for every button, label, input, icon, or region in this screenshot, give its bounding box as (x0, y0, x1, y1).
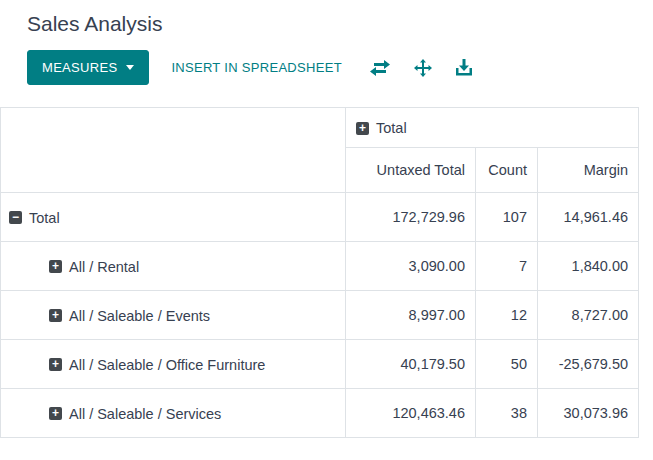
measure-header-untaxed-total[interactable]: Untaxed Total (346, 148, 476, 193)
pivot-toolbar-icons (368, 57, 474, 79)
measures-button[interactable]: MEASURES (27, 50, 149, 85)
cell-count: 38 (476, 389, 538, 438)
expand-row-icon[interactable] (49, 358, 62, 371)
cell-count: 50 (476, 340, 538, 389)
row-label: All / Saleable / Services (69, 406, 221, 422)
row-header-all-saleable-services[interactable]: All / Saleable / Services (1, 389, 346, 438)
measure-header-count[interactable]: Count (476, 148, 538, 193)
expand-row-icon[interactable] (49, 309, 62, 322)
row-label: All / Saleable / Office Furniture (69, 357, 265, 373)
table-row: Total 172,729.96 107 14,961.46 (1, 193, 639, 242)
cell-untaxed-total: 3,090.00 (346, 242, 476, 291)
cell-margin: 30,073.96 (538, 389, 639, 438)
caret-down-icon (126, 65, 134, 70)
cell-count: 107 (476, 193, 538, 242)
measures-button-label: MEASURES (42, 60, 117, 75)
cell-untaxed-total: 40,179.50 (346, 340, 476, 389)
cell-count: 7 (476, 242, 538, 291)
measure-header-margin[interactable]: Margin (538, 148, 639, 193)
row-header-all-saleable-events[interactable]: All / Saleable / Events (1, 291, 346, 340)
insert-in-spreadsheet-label: INSERT IN SPREADSHEET (171, 60, 342, 75)
page-title: Sales Analysis (27, 12, 653, 36)
row-header-all-saleable-office-furniture[interactable]: All / Saleable / Office Furniture (1, 340, 346, 389)
cell-margin: 1,840.00 (538, 242, 639, 291)
table-row: All / Saleable / Events 8,997.00 12 8,72… (1, 291, 639, 340)
download-icon[interactable] (454, 57, 474, 78)
row-header-total[interactable]: Total (1, 193, 346, 242)
cell-untaxed-total: 120,463.46 (346, 389, 476, 438)
toolbar: MEASURES INSERT IN SPREADSHEET (0, 36, 653, 85)
pivot-corner-cell (1, 108, 346, 193)
expand-all-icon[interactable] (412, 57, 434, 79)
pivot-table-container: Total Untaxed Total Count Margin Total 1… (0, 107, 653, 438)
insert-in-spreadsheet-button[interactable]: INSERT IN SPREADSHEET (171, 60, 342, 75)
page-header: Sales Analysis (0, 0, 653, 36)
cell-margin: 14,961.46 (538, 193, 639, 242)
row-label: All / Rental (69, 259, 139, 275)
column-group-total-label: Total (376, 120, 407, 136)
collapse-row-icon[interactable] (9, 211, 22, 224)
cell-untaxed-total: 172,729.96 (346, 193, 476, 242)
cell-count: 12 (476, 291, 538, 340)
table-row: All / Saleable / Services 120,463.46 38 … (1, 389, 639, 438)
expand-row-icon[interactable] (49, 407, 62, 420)
column-group-header-row: Total (1, 108, 639, 148)
row-label: Total (29, 210, 60, 226)
table-row: All / Rental 3,090.00 7 1,840.00 (1, 242, 639, 291)
column-group-total-header[interactable]: Total (346, 108, 639, 148)
flip-axis-icon[interactable] (368, 58, 392, 78)
cell-margin: 8,727.00 (538, 291, 639, 340)
pivot-table: Total Untaxed Total Count Margin Total 1… (0, 107, 639, 438)
expand-column-icon[interactable] (356, 122, 369, 135)
cell-untaxed-total: 8,997.00 (346, 291, 476, 340)
row-header-all-rental[interactable]: All / Rental (1, 242, 346, 291)
cell-margin: -25,679.50 (538, 340, 639, 389)
expand-row-icon[interactable] (49, 260, 62, 273)
row-label: All / Saleable / Events (69, 308, 210, 324)
table-row: All / Saleable / Office Furniture 40,179… (1, 340, 639, 389)
